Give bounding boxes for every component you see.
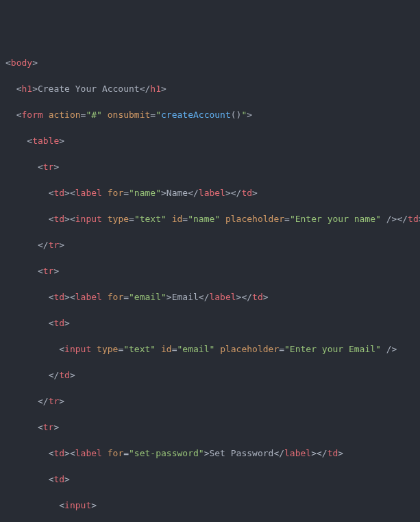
code-line[interactable]: <td><input type="text" id="name" placeho… [5,212,415,225]
code-line[interactable]: <td> [5,473,415,486]
code-line[interactable]: <td><label for="email">Email</label></td… [5,290,415,303]
code-line[interactable]: </tr> [5,395,415,408]
code-line[interactable]: </td> [5,369,415,382]
code-line[interactable]: <tr> [5,421,415,434]
code-editor[interactable]: <body> <h1>Create Your Account</h1> <for… [5,56,415,522]
code-line[interactable]: <body> [5,56,415,69]
code-line[interactable]: <td><label for="name">Name</label></td> [5,186,415,199]
code-line[interactable]: <form action="#" onsubmit="createAccount… [5,108,415,121]
code-line[interactable]: <td><label for="set-password">Set Passwo… [5,447,415,460]
code-line[interactable]: <td> [5,316,415,330]
code-line[interactable]: <h1>Create Your Account</h1> [5,82,415,95]
code-line[interactable]: <input type="text" id="email" placeholde… [5,343,415,356]
code-line[interactable]: </tr> [5,238,415,251]
code-line[interactable]: <table> [5,134,415,147]
code-line[interactable]: <tr> [5,160,415,173]
code-line[interactable]: <input> [5,499,415,512]
code-line[interactable]: <tr> [5,264,415,277]
